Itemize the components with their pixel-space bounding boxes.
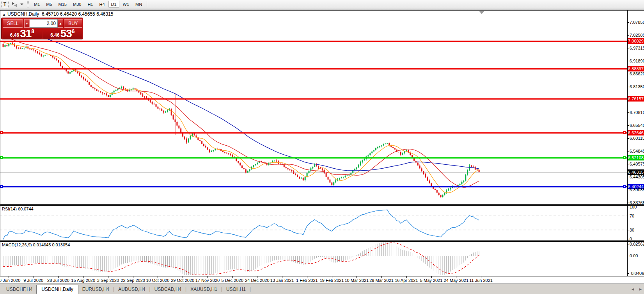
tab-usdcnh-daily[interactable]: USDCNH,Daily — [36, 285, 78, 294]
collapse-panel-icon[interactable]: ▲ — [2, 12, 6, 16]
timeframe-button-mn[interactable]: MN — [133, 1, 145, 8]
date-label: 24 May 2021 — [444, 278, 469, 283]
price-horizontal-line[interactable] — [0, 186, 627, 187]
sell-price-big: 31 — [20, 29, 31, 38]
rsi-axis-label: 100 — [630, 204, 637, 210]
sell-button[interactable]: SELL — [3, 19, 23, 28]
macd-axis-label: 0.00 — [630, 253, 638, 258]
price-axis-label: 7.02585 — [630, 32, 644, 38]
timeframe-button-m5[interactable]: M5 — [43, 1, 55, 8]
line-handle-left[interactable] — [0, 156, 3, 159]
price-line-badge: 7.00029 — [628, 38, 644, 44]
date-label: 10 Mar 2021 — [344, 278, 369, 283]
chart-tabs: USDCHF,H4USDCNH,DailyEURUSD,H4|AUDUSD,H4… — [2, 284, 251, 294]
line-handle-left[interactable] — [0, 185, 3, 188]
toolbar: T M1M5M15M30H1H4D1W1MN — [0, 0, 644, 9]
date-label: 15 Aug 2020 — [71, 278, 95, 283]
price-line-badge: 6.52108 — [628, 155, 644, 160]
macd-axis-label: 0.025623 — [630, 241, 644, 247]
arrows-tool-icon[interactable] — [11, 1, 19, 8]
date-label: 19 Feb 2021 — [320, 278, 344, 283]
price-axis-label: 6.39035 — [630, 187, 644, 192]
price-axis-label: 6.54845 — [630, 148, 644, 154]
candles-series — [3, 22, 480, 198]
rsi-axis-label: 70 — [630, 213, 634, 219]
tab-audusd-h4[interactable]: AUDUSD,H4 — [114, 285, 149, 293]
text-tool-button[interactable]: T — [1, 1, 9, 8]
price-line-badge: 6.88897 — [628, 66, 644, 71]
tab-scroll-right-icon[interactable]: ► — [639, 287, 642, 291]
chart-left-edge — [0, 11, 0, 276]
tab-xauusd-h1[interactable]: XAUUSD,H1 — [186, 285, 221, 293]
tab-scroll-left-icon[interactable]: ◄ — [631, 287, 635, 291]
sell-price-display[interactable]: 6.46 31 8 — [3, 29, 42, 39]
timeframe-button-h1[interactable]: H1 — [85, 1, 96, 8]
price-axis-label: 6.97315 — [630, 45, 644, 51]
sell-price-small: 6.46 — [10, 32, 19, 38]
tab-scroll-controls: ◄ ► — [631, 287, 642, 291]
timeframe-button-h4[interactable]: H4 — [96, 1, 107, 8]
date-label: 24 Dec 2020 — [245, 278, 269, 283]
date-label: 22 Sep 2020 — [121, 278, 145, 283]
timeframe-button-group: M1M5M15M30H1H4D1W1MN — [31, 1, 145, 8]
price-horizontal-line[interactable] — [0, 41, 627, 42]
line-handle-right[interactable] — [623, 131, 626, 134]
price-horizontal-line[interactable] — [0, 132, 627, 134]
sell-price-pip: 8 — [31, 29, 34, 33]
ohlc-open: 6.45710 — [42, 11, 59, 17]
date-label: 29 Mar 2021 — [369, 278, 394, 283]
price-horizontal-line[interactable] — [0, 98, 627, 100]
timeframe-button-w1[interactable]: W1 — [120, 1, 132, 8]
price-axis-label: 6.60115 — [630, 135, 644, 141]
chart-tab-bar: USDCHF,H4USDCNH,DailyEURUSD,H4|AUDUSD,H4… — [0, 283, 644, 294]
line-handle-left[interactable] — [0, 131, 3, 134]
main-chart-canvas[interactable] — [0, 11, 627, 204]
ohlc-close: 6.46315 — [96, 11, 113, 17]
rsi-axis-label: 30 — [630, 227, 634, 233]
buy-button[interactable]: BUY — [64, 19, 82, 28]
rsi-series — [0, 210, 627, 239]
rsi-indicator-label: RSI(14) 60.0744 — [2, 207, 34, 211]
tab-usdcad-h4[interactable]: USDCAD,H4 — [151, 285, 185, 293]
date-label: 3 Sep 2020 — [97, 278, 119, 283]
tab-eurusd-h4[interactable]: EURUSD,H4 — [78, 285, 113, 293]
price-line-badge: 6.62646 — [628, 130, 644, 135]
buy-price-display[interactable]: 6.46 53 6 — [43, 29, 82, 39]
volume-input[interactable] — [30, 19, 58, 28]
price-horizontal-line[interactable] — [0, 68, 627, 69]
date-label: 11 Jun 2021 — [469, 278, 493, 283]
date-label: 16 Apr 2021 — [395, 278, 418, 283]
timeframe-button-m1[interactable]: M1 — [31, 1, 43, 8]
timeframe-button-d1[interactable]: D1 — [108, 1, 119, 8]
price-axis-label: 6.44305 — [630, 174, 644, 180]
rsi-pane-canvas[interactable] — [0, 206, 627, 240]
tab-separator: | — [250, 286, 251, 292]
rsi-axis-label: 0 — [630, 236, 632, 242]
date-label: 5 Dec 2020 — [222, 278, 243, 283]
date-label: 1 Feb 2021 — [296, 278, 318, 283]
macd-axis-label: -0.040687 — [630, 271, 644, 276]
symbol-title: USDCNH,Daily — [7, 11, 39, 17]
toolbar-grip — [27, 1, 29, 7]
chevron-down-icon[interactable] — [20, 4, 23, 5]
volume-decrease-button[interactable]: ▼ — [24, 19, 30, 28]
tab-usdchf-h4[interactable]: USDCHF,H4 — [2, 285, 36, 293]
chart-region[interactable]: 7.000296.888976.761576.626466.521086.402… — [0, 11, 644, 294]
pane-separator[interactable] — [0, 204, 644, 206]
toolbar-separator — [147, 1, 147, 7]
date-label: 9 Jul 2020 — [23, 278, 43, 283]
timeframe-button-m15[interactable]: M15 — [56, 1, 69, 8]
buy-price-small: 6.46 — [50, 32, 59, 38]
macd-pane-canvas[interactable] — [0, 242, 627, 276]
time-axis[interactable]: 20 Jun 20209 Jul 202028 Jul 202015 Aug 2… — [0, 276, 644, 283]
chart-shift-marker-icon[interactable] — [479, 11, 484, 14]
date-label: 29 Oct 2020 — [171, 278, 194, 283]
line-handle-right[interactable] — [623, 156, 626, 159]
buy-price-pip: 6 — [72, 29, 75, 33]
price-horizontal-line[interactable] — [0, 157, 627, 159]
timeframe-button-m30[interactable]: M30 — [70, 1, 84, 8]
volume-increase-button[interactable]: ▲ — [58, 19, 63, 28]
tab-usoil-h1[interactable]: USOil,H1 — [222, 285, 250, 293]
line-handle-right[interactable] — [623, 185, 626, 188]
chart-header: ▲USDCNH,Daily 6.45710 6.46420 6.45655 6.… — [2, 11, 114, 17]
